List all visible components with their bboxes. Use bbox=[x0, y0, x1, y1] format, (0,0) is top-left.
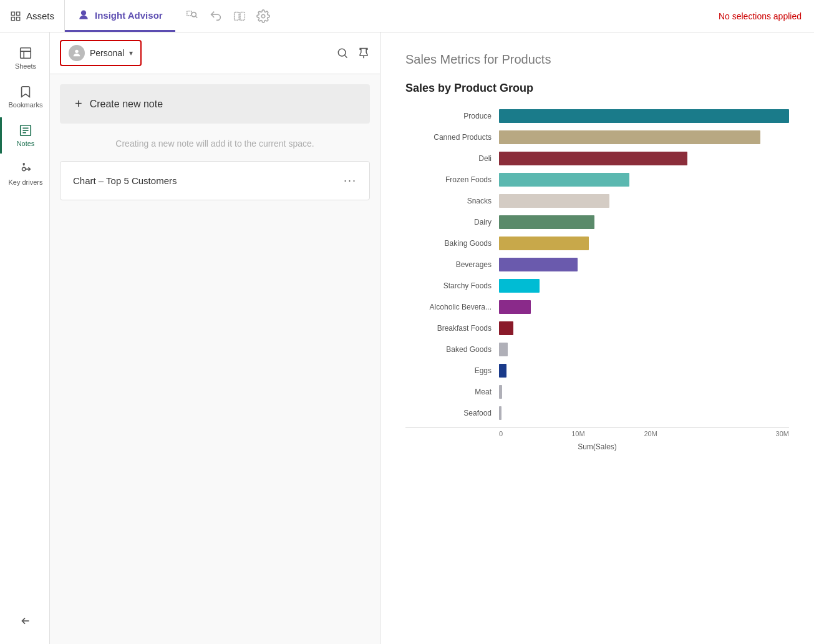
bar-row: Beverages bbox=[405, 256, 789, 273]
svg-rect-0 bbox=[11, 12, 14, 15]
svg-point-6 bbox=[191, 12, 196, 16]
bar-row: Breakfast Foods bbox=[405, 320, 789, 337]
bar-label: Produce bbox=[405, 112, 499, 120]
bar[interactable] bbox=[499, 237, 589, 250]
bar-container bbox=[499, 237, 789, 250]
bar[interactable] bbox=[499, 406, 501, 420]
bar-label: Deli bbox=[405, 154, 499, 163]
assets-icon bbox=[10, 11, 21, 22]
bar-label: Frozen Foods bbox=[405, 175, 499, 184]
svg-point-4 bbox=[81, 11, 86, 16]
icon-sidebar: Sheets Bookmarks Notes Key drivers bbox=[0, 32, 50, 644]
personal-label: Personal bbox=[90, 48, 124, 58]
axis-tick-10m: 10M bbox=[571, 430, 644, 437]
svg-rect-2 bbox=[11, 17, 14, 20]
bar[interactable] bbox=[499, 258, 578, 271]
bar-row: Starchy Foods bbox=[405, 277, 789, 295]
bar-container bbox=[499, 364, 789, 378]
svg-rect-11 bbox=[21, 48, 31, 59]
bar-row: Baked Goods bbox=[405, 341, 789, 358]
svg-point-18 bbox=[22, 167, 26, 171]
bar-container bbox=[499, 173, 789, 187]
chart-axis: 0 10M 20M 30M bbox=[405, 427, 789, 437]
bar-container bbox=[499, 258, 789, 271]
svg-point-22 bbox=[338, 49, 346, 56]
bar-container bbox=[499, 300, 789, 314]
key-drivers-icon bbox=[19, 162, 32, 176]
notes-panel: Personal ▾ + Create new note Creating a … bbox=[50, 32, 380, 644]
pin-icon[interactable] bbox=[357, 47, 370, 59]
create-note-button[interactable]: + Create new note bbox=[60, 84, 370, 124]
sidebar-item-sheets[interactable]: Sheets bbox=[0, 40, 49, 76]
bar-row: Meat bbox=[405, 383, 789, 401]
notes-header: Personal ▾ bbox=[50, 32, 380, 74]
bar-label: Baking Goods bbox=[405, 239, 499, 248]
bar-container bbox=[499, 130, 789, 144]
bookmarks-icon bbox=[19, 85, 32, 99]
bar[interactable] bbox=[499, 194, 609, 208]
bar-row: Baking Goods bbox=[405, 235, 789, 252]
collapse-sidebar-button[interactable] bbox=[0, 608, 49, 634]
bar-container bbox=[499, 321, 789, 335]
svg-point-10 bbox=[261, 14, 265, 18]
bar[interactable] bbox=[499, 130, 760, 144]
search-notes-icon[interactable] bbox=[336, 47, 349, 59]
bar[interactable] bbox=[499, 364, 506, 378]
bar[interactable] bbox=[499, 300, 531, 314]
svg-rect-8 bbox=[234, 12, 238, 20]
axis-title: Sum(Sales) bbox=[405, 442, 789, 451]
bar-container bbox=[499, 109, 789, 123]
create-note-label: Create new note bbox=[90, 99, 163, 110]
bar-row: Dairy bbox=[405, 213, 789, 231]
bar-label: Starchy Foods bbox=[405, 281, 499, 290]
chart-area: Sales Metrics for Products Sales by Prod… bbox=[380, 32, 814, 644]
key-drivers-label: Key drivers bbox=[8, 178, 42, 186]
insight-advisor-tab[interactable]: Insight Advisor bbox=[65, 0, 175, 32]
bar-chart: ProduceCanned ProductsDeliFrozen FoodsSn… bbox=[405, 107, 789, 422]
assets-tab[interactable]: Assets bbox=[0, 0, 65, 32]
forward-icon[interactable] bbox=[233, 9, 246, 23]
notes-header-actions bbox=[336, 47, 370, 59]
note-card-menu-button[interactable]: ··· bbox=[344, 174, 357, 187]
bar-container bbox=[499, 406, 789, 420]
bar[interactable] bbox=[499, 321, 513, 335]
bar[interactable] bbox=[499, 152, 687, 165]
personal-button[interactable]: Personal ▾ bbox=[60, 40, 142, 66]
axis-tick-30m: 30M bbox=[717, 430, 789, 437]
bar-label: Canned Products bbox=[405, 133, 499, 142]
bookmarks-label: Bookmarks bbox=[8, 101, 42, 109]
bar[interactable] bbox=[499, 385, 502, 399]
bar[interactable] bbox=[499, 279, 540, 293]
bar-row: Produce bbox=[405, 107, 789, 125]
bar-container bbox=[499, 215, 789, 229]
note-card[interactable]: Chart – Top 5 Customers ··· bbox=[60, 161, 370, 200]
sidebar-item-notes[interactable]: Notes bbox=[0, 117, 49, 154]
bar[interactable] bbox=[499, 173, 629, 187]
bar[interactable] bbox=[499, 215, 594, 229]
bar-label: Baked Goods bbox=[405, 345, 499, 354]
topbar: Assets Insight Advisor No selections app… bbox=[0, 0, 814, 32]
svg-point-21 bbox=[75, 50, 78, 53]
insight-label: Insight Advisor bbox=[95, 10, 163, 21]
settings-icon[interactable] bbox=[256, 9, 270, 23]
svg-rect-3 bbox=[17, 17, 20, 20]
assets-label: Assets bbox=[26, 11, 54, 21]
main-layout: Sheets Bookmarks Notes Key drivers bbox=[0, 32, 814, 644]
bar[interactable] bbox=[499, 343, 508, 356]
search-selections-icon[interactable] bbox=[185, 9, 199, 23]
sidebar-item-key-drivers[interactable]: Key drivers bbox=[0, 156, 49, 192]
sheets-icon bbox=[19, 46, 32, 60]
avatar-icon bbox=[69, 45, 85, 61]
collapse-icon bbox=[19, 614, 32, 628]
notes-label: Notes bbox=[17, 140, 35, 147]
bar-label: Meat bbox=[405, 388, 499, 396]
bar-label: Alcoholic Bevera... bbox=[405, 303, 499, 311]
svg-rect-9 bbox=[240, 12, 245, 20]
no-selections-text: No selections applied bbox=[719, 11, 814, 21]
chevron-down-icon: ▾ bbox=[129, 49, 133, 57]
bar-row: Seafood bbox=[405, 404, 789, 422]
sidebar-item-bookmarks[interactable]: Bookmarks bbox=[0, 79, 49, 115]
plus-icon: + bbox=[75, 97, 82, 111]
bar[interactable] bbox=[499, 109, 789, 123]
back-icon[interactable] bbox=[209, 9, 223, 23]
